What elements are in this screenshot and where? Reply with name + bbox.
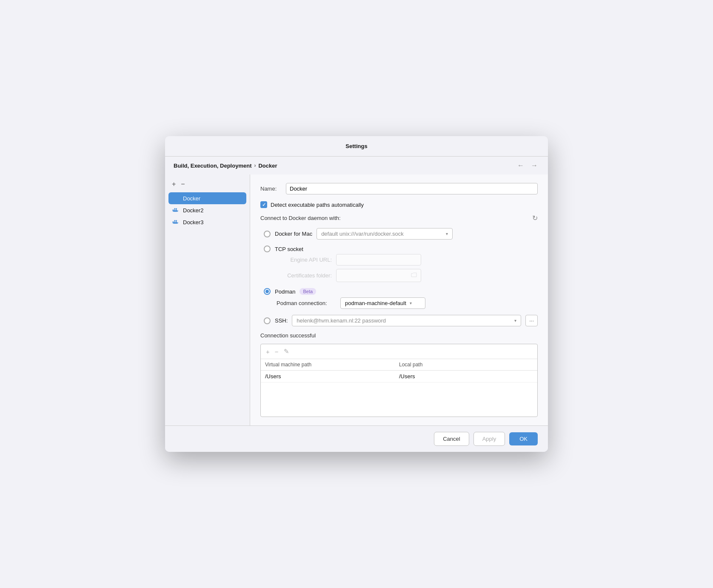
cert-folder-input[interactable] — [336, 269, 421, 282]
breadcrumb-row: Build, Execution, Deployment › Docker ← … — [165, 157, 548, 174]
docker-icon-3 — [172, 218, 180, 226]
podman-connection-value: podman-machine-default — [345, 300, 406, 306]
tcp-socket-radio[interactable] — [264, 245, 271, 252]
svg-rect-9 — [176, 208, 177, 209]
podman-connection-row: Podman connection: podman-machine-defaul… — [264, 297, 538, 309]
detect-checkbox[interactable] — [260, 201, 267, 208]
svg-rect-7 — [176, 210, 177, 211]
docker-for-mac-row: Docker for Mac default unix:///var/run/d… — [264, 228, 538, 240]
main-content: + − Docker — [165, 174, 548, 425]
name-field-row: Name: — [260, 183, 538, 194]
table-cell-vm-path: /Users — [265, 373, 399, 380]
sidebar-toolbar: + − — [168, 178, 246, 192]
svg-rect-3 — [174, 197, 175, 197]
table-empty-space — [261, 382, 537, 417]
cancel-button[interactable]: Cancel — [434, 432, 469, 446]
svg-rect-6 — [174, 210, 175, 211]
svg-rect-10 — [173, 222, 174, 223]
detect-label: Detect executable paths automatically — [271, 202, 364, 208]
engine-api-label: Engine API URL: — [277, 257, 332, 263]
cert-folder-label: Certificates folder: — [277, 272, 332, 279]
docker-for-mac-dropdown[interactable]: default unix:///var/run/docker.sock ▾ — [317, 228, 453, 240]
sidebar-add-button[interactable]: + — [170, 180, 177, 189]
ssh-dropdown[interactable]: helenk@hvm.kenam.nl:22 password ▾ — [292, 315, 521, 326]
breadcrumb: Build, Execution, Deployment › Docker — [174, 163, 277, 169]
detect-checkbox-row: Detect executable paths automatically — [260, 201, 538, 208]
table-remove-button[interactable]: − — [273, 347, 280, 356]
podman-section: Podman Beta Podman connection: podman-ma… — [264, 288, 538, 309]
engine-api-row: Engine API URL: — [277, 254, 538, 265]
nav-forward-button[interactable]: → — [529, 161, 539, 170]
tcp-socket-section: TCP socket Engine API URL: Certificates … — [264, 245, 538, 282]
docker-for-mac-dropdown-value: default unix:///var/run/docker.sock — [321, 231, 404, 237]
sidebar-item-docker2-label: Docker2 — [183, 207, 203, 214]
sidebar-remove-button[interactable]: − — [179, 180, 186, 189]
apply-button[interactable]: Apply — [473, 432, 505, 446]
ok-button[interactable]: OK — [509, 432, 538, 445]
docker-icon-1 — [172, 194, 180, 202]
tcp-fields: Engine API URL: Certificates folder: — [264, 254, 538, 282]
svg-rect-8 — [174, 208, 175, 209]
ssh-radio[interactable] — [264, 317, 271, 324]
cert-folder-row: Certificates folder: — [277, 269, 538, 282]
breadcrumb-current: Docker — [258, 163, 277, 169]
podman-label-text: Podman — [275, 288, 295, 295]
nav-back-button[interactable]: ← — [516, 161, 526, 170]
table-edit-button[interactable]: ✎ — [282, 347, 291, 356]
svg-rect-1 — [174, 198, 175, 199]
settings-dialog: Settings Build, Execution, Deployment › … — [165, 136, 548, 452]
sidebar-item-docker3[interactable]: Docker3 — [168, 216, 246, 228]
svg-rect-4 — [176, 197, 177, 197]
svg-rect-13 — [174, 220, 175, 221]
sidebar-item-docker[interactable]: Docker — [168, 192, 246, 204]
table-cell-local-path: /Users — [399, 373, 533, 380]
podman-connection-label: Podman connection: — [277, 300, 336, 306]
radio-options: Docker for Mac default unix:///var/run/d… — [260, 228, 538, 326]
dialog-title: Settings — [165, 136, 548, 157]
breadcrumb-nav: ← → — [516, 161, 539, 170]
svg-rect-2 — [176, 198, 177, 199]
docker-for-mac-radio[interactable] — [264, 231, 271, 237]
tcp-socket-row: TCP socket — [264, 245, 538, 252]
path-mapping-table: + − ✎ Virtual machine path Local path /U… — [260, 344, 538, 417]
dialog-footer: Cancel Apply OK — [165, 425, 548, 452]
table-header-vm-path: Virtual machine path — [265, 362, 399, 368]
docker-icon-2 — [172, 206, 180, 214]
table-add-button[interactable]: + — [264, 347, 271, 356]
connect-label-text: Connect to Docker daemon with: — [260, 215, 341, 221]
ssh-dropdown-arrow: ▾ — [514, 318, 516, 323]
name-label: Name: — [260, 186, 282, 192]
name-input[interactable] — [286, 183, 538, 194]
sidebar-item-docker-label: Docker — [183, 195, 200, 202]
podman-dropdown-arrow: ▾ — [410, 301, 412, 305]
refresh-button[interactable]: ↻ — [532, 214, 538, 222]
folder-browse-button[interactable] — [411, 271, 417, 280]
table-header-local-path: Local path — [399, 362, 533, 368]
ssh-more-button[interactable]: ··· — [525, 315, 538, 326]
sidebar: + − Docker — [165, 174, 250, 425]
podman-row: Podman Beta — [264, 288, 538, 295]
svg-rect-11 — [174, 222, 175, 223]
svg-rect-5 — [173, 210, 174, 211]
podman-radio[interactable] — [264, 288, 271, 295]
sidebar-item-docker2[interactable]: Docker2 — [168, 204, 246, 216]
table-row: /Users /Users — [261, 371, 537, 382]
svg-rect-14 — [176, 220, 177, 221]
svg-rect-12 — [176, 222, 177, 223]
connect-section-label: Connect to Docker daemon with: ↻ — [260, 214, 538, 222]
ssh-row: SSH: helenk@hvm.kenam.nl:22 password ▾ ·… — [264, 315, 538, 326]
engine-api-input[interactable] — [336, 254, 421, 265]
table-toolbar: + − ✎ — [261, 344, 537, 359]
breadcrumb-separator: › — [254, 163, 256, 168]
table-header: Virtual machine path Local path — [261, 359, 537, 371]
breadcrumb-parent: Build, Execution, Deployment — [174, 163, 251, 169]
docker-for-mac-label: Docker for Mac — [275, 231, 312, 237]
sidebar-item-docker3-label: Docker3 — [183, 219, 203, 225]
connection-status: Connection successful — [260, 332, 538, 339]
svg-rect-0 — [173, 198, 174, 199]
podman-connection-dropdown[interactable]: podman-machine-default ▾ — [340, 297, 425, 309]
beta-badge: Beta — [299, 288, 316, 295]
tcp-socket-label: TCP socket — [275, 246, 303, 252]
ssh-value: helenk@hvm.kenam.nl:22 password — [297, 317, 386, 324]
ssh-label: SSH: — [275, 317, 288, 324]
